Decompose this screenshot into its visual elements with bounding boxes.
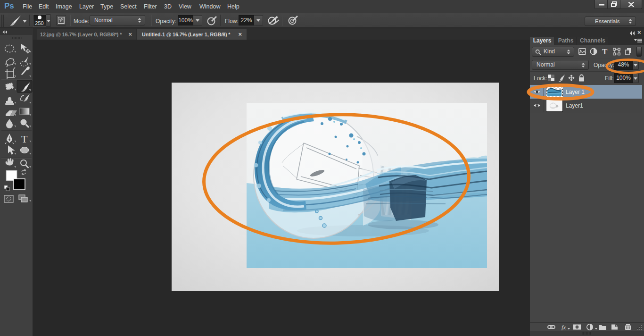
svg-text:T: T xyxy=(21,133,28,145)
svg-text:T: T xyxy=(602,48,608,56)
svg-text:fx: fx xyxy=(561,324,566,330)
